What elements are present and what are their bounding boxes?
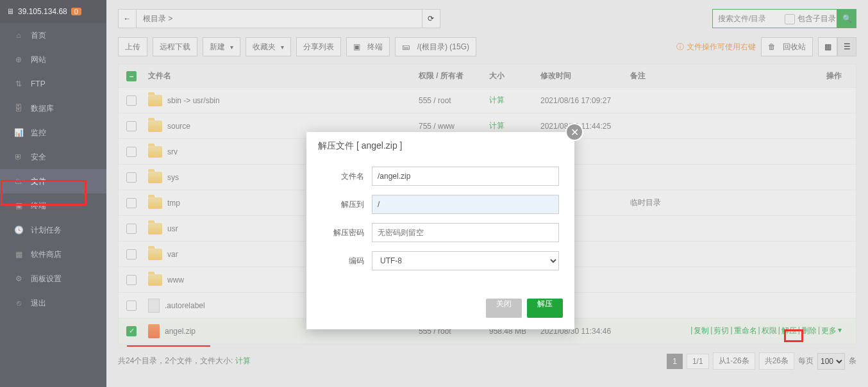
search-include-sub[interactable]: 包含子目录 — [785, 13, 836, 24]
path-refresh-button[interactable]: ⟳ — [422, 9, 440, 28]
nav-cron[interactable]: 🕓计划任务 — [0, 218, 106, 242]
share-list-button[interactable]: 分享列表 — [296, 37, 341, 56]
nav-label: 文件 — [31, 176, 46, 187]
checkbox-label: 包含子目录 — [797, 13, 836, 24]
hint-text: 文件操作可使用右键 — [687, 42, 756, 53]
row-checkbox[interactable] — [126, 121, 137, 131]
file-perm: 555 / root — [419, 96, 489, 105]
nav-site[interactable]: ⊕网站 — [0, 47, 106, 72]
search-icon: 🔍 — [842, 14, 852, 23]
op-link[interactable]: 更多 — [821, 325, 837, 336]
nav-terminal[interactable]: ▣终端 — [0, 194, 106, 218]
op-link[interactable]: 剪切 — [714, 325, 729, 336]
file-name: tmp — [167, 199, 180, 208]
sidebar-header: 🖥 39.105.134.68 0 — [0, 0, 106, 23]
nav-logout[interactable]: ⎋退出 — [0, 291, 106, 315]
op-link[interactable]: 删除 — [801, 325, 817, 336]
checkbox[interactable] — [785, 14, 795, 24]
nav-database[interactable]: 🗄数据库 — [0, 96, 106, 120]
nav-label: 计划任务 — [31, 225, 62, 236]
context-hint: ⓘ文件操作可使用右键 — [676, 42, 756, 53]
page-current[interactable]: 1 — [667, 354, 683, 369]
op-link[interactable]: 复制 — [694, 325, 709, 336]
form-row-filename: 文件名 — [322, 167, 559, 186]
file-size[interactable]: 计算 — [489, 120, 540, 131]
row-checkbox[interactable] — [126, 172, 137, 183]
extract-to-input[interactable] — [372, 195, 559, 214]
row-checkbox[interactable]: ✓ — [126, 326, 137, 336]
page-info: 1/1 — [687, 354, 709, 369]
row-checkbox[interactable] — [126, 301, 137, 311]
col-perm[interactable]: 权限 / 所有者 — [419, 70, 489, 81]
nav-ftp[interactable]: ⇅FTP — [0, 72, 106, 96]
row-checkbox[interactable] — [126, 275, 137, 285]
disk-selector[interactable]: 🖴 /(根目录) (15G) — [395, 37, 476, 56]
encoding-select[interactable]: UTF-8 — [372, 251, 559, 270]
row-checkbox[interactable] — [126, 147, 137, 157]
op-link[interactable]: 解压 — [781, 325, 797, 336]
create-button[interactable]: 新建 — [203, 37, 240, 56]
list-view-button[interactable]: ☰ — [837, 37, 856, 56]
sidebar: 🖥 39.105.134.68 0 ⌂首页 ⊕网站 ⇅FTP 🗄数据库 📊监控 … — [0, 0, 106, 387]
row-checkbox[interactable] — [126, 249, 137, 259]
row-checkbox[interactable] — [126, 198, 137, 208]
summary-text: 共24个目录，2个文件，文件大小: — [118, 356, 233, 366]
terminal-icon: ▣ — [14, 201, 23, 210]
folder-icon — [148, 197, 162, 209]
modal-ok-button[interactable]: 解压 — [527, 299, 563, 318]
grid-view-button[interactable]: ▦ — [818, 37, 837, 56]
col-mtime[interactable]: 修改时间 — [540, 70, 630, 81]
row-checkbox[interactable] — [126, 224, 137, 234]
file-name: usr — [167, 224, 178, 233]
nav-home[interactable]: ⌂首页 — [0, 23, 106, 47]
label: 文件名 — [322, 171, 364, 182]
nav-label: 首页 — [31, 30, 46, 41]
search-button[interactable]: 🔍 — [837, 9, 856, 28]
nav-files[interactable]: 🗀文件 — [0, 169, 106, 194]
nav-monitor[interactable]: 📊监控 — [0, 120, 106, 145]
op-link[interactable]: 重命名 — [734, 325, 757, 336]
password-input[interactable] — [372, 223, 559, 242]
home-icon: ⌂ — [14, 31, 23, 40]
nav-settings[interactable]: ⚙面板设置 — [0, 267, 106, 291]
label: 回收站 — [783, 42, 806, 53]
upload-button[interactable]: 上传 — [118, 37, 147, 56]
file-name: .autorelabel — [165, 301, 205, 310]
modal-close-button[interactable]: ✕ — [565, 123, 583, 141]
notice-badge[interactable]: 0 — [71, 8, 81, 15]
col-note[interactable]: 备注 — [630, 70, 688, 81]
pagination: 1 1/1 从1-26条 共26条 每页 100 条 — [667, 352, 856, 370]
file-size[interactable]: 计算 — [489, 95, 540, 106]
file-name: srv — [167, 147, 178, 156]
calc-total-size[interactable]: 计算 — [235, 356, 251, 366]
op-link[interactable]: 权限 — [762, 325, 777, 336]
breadcrumb[interactable]: 根目录 > — [136, 9, 422, 28]
folder-icon — [148, 172, 162, 183]
nav-appstore[interactable]: ▦软件商店 — [0, 242, 106, 267]
file-name: var — [167, 250, 178, 259]
perpage-select[interactable]: 100 — [817, 353, 845, 370]
trash-button[interactable]: 🗑 回收站 — [761, 37, 813, 56]
nav-label: FTP — [31, 79, 46, 88]
path-back-button[interactable]: ← — [118, 9, 136, 28]
trash-icon: 🗑 — [768, 42, 776, 51]
table-row[interactable]: sbin -> usr/sbin555 / root计算2021/08/16 1… — [119, 88, 856, 113]
favorites-button[interactable]: 收藏夹 — [246, 37, 291, 56]
nav-label: 退出 — [31, 298, 46, 309]
nav-label: 面板设置 — [31, 274, 62, 284]
file-name: sbin -> usr/sbin — [167, 96, 220, 105]
filename-input[interactable] — [372, 167, 559, 186]
monitor-icon: 🖥 — [6, 7, 14, 16]
modal-cancel-button[interactable]: 关闭 — [486, 299, 522, 318]
perpage-suffix: 条 — [849, 356, 856, 366]
col-name[interactable]: 文件名 — [146, 70, 419, 81]
row-checkbox[interactable] — [126, 95, 137, 106]
file-ops: | 复制 | 剪切 | 重命名 | 权限 | 解压 | 删除 | 更多▾ — [688, 325, 848, 336]
apps-icon: ▦ — [14, 250, 23, 259]
nav-security[interactable]: ⛨安全 — [0, 145, 106, 169]
form-row-extract-to: 解压到 — [322, 195, 559, 214]
terminal-button[interactable]: ▣ 终端 — [346, 37, 390, 56]
select-all-checkbox[interactable]: – — [126, 71, 137, 81]
remote-download-button[interactable]: 远程下载 — [153, 37, 197, 56]
col-size[interactable]: 大小 — [489, 70, 540, 81]
